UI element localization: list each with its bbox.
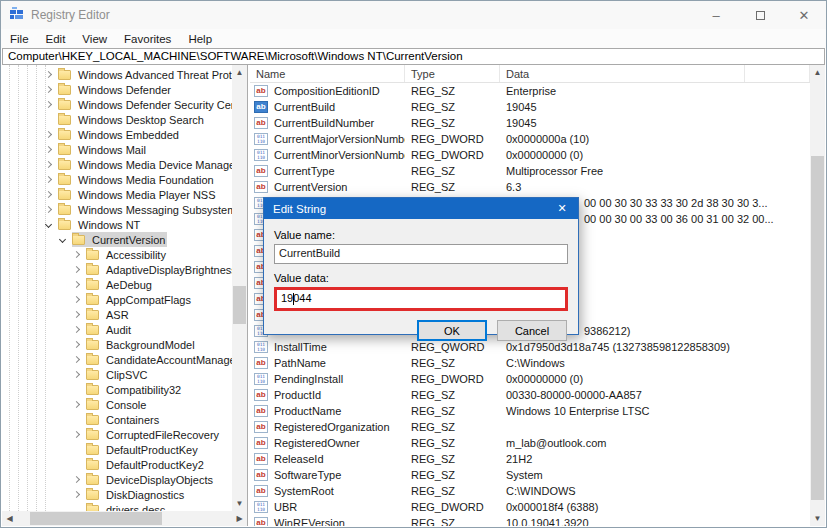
- scroll-up-icon[interactable]: ▲: [810, 65, 825, 80]
- tree-item[interactable]: Audit: [2, 322, 232, 337]
- chevron-right-icon[interactable]: [45, 146, 52, 153]
- registry-value-row[interactable]: 011 110CurrentMajorVersionNumberREG_DWOR…: [250, 131, 810, 147]
- ok-button[interactable]: OK: [417, 320, 487, 341]
- close-button[interactable]: ✕: [782, 1, 826, 29]
- chevron-right-icon[interactable]: [45, 161, 52, 168]
- chevron-right-icon[interactable]: [73, 266, 80, 273]
- tree-item[interactable]: DiskDiagnostics: [2, 487, 232, 502]
- tree-item[interactable]: Windows Mail: [2, 142, 232, 157]
- chevron-right-icon[interactable]: [45, 131, 52, 138]
- tree-item[interactable]: CorruptedFileRecovery: [2, 427, 232, 442]
- scroll-up-icon[interactable]: ▲: [232, 65, 247, 80]
- chevron-right-icon[interactable]: [73, 431, 80, 438]
- tree-item[interactable]: Windows Defender Security Center: [2, 97, 232, 112]
- tree-item[interactable]: DeviceDisplayObjects: [2, 472, 232, 487]
- tree-vertical-scrollbar[interactable]: ▲ ▼: [232, 65, 247, 511]
- tree-item[interactable]: Console: [2, 397, 232, 412]
- registry-value-row[interactable]: abRegisteredOrganizationREG_SZ: [250, 419, 810, 435]
- tree-item[interactable]: AdaptiveDisplayBrightness: [2, 262, 232, 277]
- dialog-close-button[interactable]: ✕: [546, 198, 578, 219]
- chevron-right-icon[interactable]: [73, 371, 80, 378]
- registry-value-row[interactable]: abSystemRootREG_SZC:\WINDOWS: [250, 483, 810, 499]
- chevron-right-icon[interactable]: [45, 191, 52, 198]
- tree-item[interactable]: Windows NT: [2, 217, 232, 232]
- cancel-button[interactable]: Cancel: [497, 320, 567, 341]
- tree-hscroll-thumb[interactable]: [30, 512, 162, 525]
- tree-item[interactable]: DefaultProductKey: [2, 442, 232, 457]
- chevron-right-icon[interactable]: [73, 401, 80, 408]
- chevron-right-icon[interactable]: [73, 476, 80, 483]
- tree-item[interactable]: ClipSVC: [2, 367, 232, 382]
- tree-item[interactable]: Windows Embedded: [2, 127, 232, 142]
- tree-item[interactable]: DefaultProductKey2: [2, 457, 232, 472]
- tree-horizontal-scrollbar[interactable]: ◀ ▶: [2, 511, 247, 526]
- registry-value-row[interactable]: abPathNameREG_SZC:\Windows: [250, 355, 810, 371]
- registry-value-row[interactable]: abReleaseIdREG_SZ21H2: [250, 451, 810, 467]
- registry-value-row[interactable]: abCurrentBuildREG_SZ19045: [250, 99, 810, 115]
- tree-item[interactable]: AppCompatFlags: [2, 292, 232, 307]
- scroll-down-icon[interactable]: ▼: [810, 511, 825, 526]
- registry-value-row[interactable]: abCurrentVersionREG_SZ6.3: [250, 179, 810, 195]
- chevron-right-icon[interactable]: [73, 326, 80, 333]
- scroll-down-icon[interactable]: ▼: [232, 496, 247, 511]
- tree-item[interactable]: Accessibility: [2, 247, 232, 262]
- registry-value-row[interactable]: abCurrentBuildNumberREG_SZ19045: [250, 115, 810, 131]
- menu-help[interactable]: Help: [188, 33, 212, 45]
- registry-value-row[interactable]: abProductIdREG_SZ00330-80000-00000-AA857: [250, 387, 810, 403]
- chevron-down-icon[interactable]: [45, 221, 52, 228]
- tree-item[interactable]: AeDebug: [2, 277, 232, 292]
- value-data-field[interactable]: 19044: [274, 287, 568, 311]
- chevron-right-icon[interactable]: [45, 101, 52, 108]
- list-vertical-scrollbar[interactable]: ▲ ▼: [810, 65, 825, 526]
- registry-value-row[interactable]: abProductNameREG_SZWindows 10 Enterprise…: [250, 403, 810, 419]
- registry-value-row[interactable]: abWinREVersionREG_SZ10.0.19041.3920: [250, 515, 810, 526]
- tree-item[interactable]: BackgroundModel: [2, 337, 232, 352]
- minimize-button[interactable]: –: [694, 1, 738, 29]
- chevron-right-icon[interactable]: [73, 296, 80, 303]
- maximize-button[interactable]: [738, 1, 782, 29]
- chevron-right-icon[interactable]: [73, 491, 80, 498]
- registry-value-row[interactable]: abCurrentTypeREG_SZMultiprocessor Free: [250, 163, 810, 179]
- menu-file[interactable]: File: [10, 33, 29, 45]
- list-vscroll-thumb[interactable]: [811, 156, 824, 500]
- registry-value-row[interactable]: abCompositionEditionIDREG_SZEnterprise: [250, 83, 810, 99]
- tree-item[interactable]: Windows Defender: [2, 82, 232, 97]
- tree-item[interactable]: Containers: [2, 412, 232, 427]
- tree-item[interactable]: CandidateAccountManager: [2, 352, 232, 367]
- tree-item[interactable]: Windows Media Device Manager: [2, 157, 232, 172]
- tree-item[interactable]: Windows Desktop Search: [2, 112, 232, 127]
- tree-item[interactable]: Windows Messaging Subsystem: [2, 202, 232, 217]
- menu-edit[interactable]: Edit: [46, 33, 66, 45]
- chevron-right-icon[interactable]: [45, 71, 52, 78]
- chevron-right-icon[interactable]: [73, 251, 80, 258]
- registry-value-row[interactable]: abSoftwareTypeREG_SZSystem: [250, 467, 810, 483]
- tree-vscroll-thumb[interactable]: [233, 286, 246, 324]
- registry-value-row[interactable]: 011 110PendingInstallREG_DWORD0x00000000…: [250, 371, 810, 387]
- registry-value-row[interactable]: 011 110InstallTimeREG_QWORD0x1d7950d3d18…: [250, 339, 810, 355]
- tree-item[interactable]: Windows Media Foundation: [2, 172, 232, 187]
- tree-item[interactable]: Compatibility32: [2, 382, 232, 397]
- chevron-right-icon[interactable]: [45, 176, 52, 183]
- address-bar[interactable]: Computer\HKEY_LOCAL_MACHINE\SOFTWARE\Mic…: [2, 48, 825, 65]
- tree-item[interactable]: ASR: [2, 307, 232, 322]
- chevron-down-icon[interactable]: [59, 236, 66, 243]
- chevron-right-icon[interactable]: [73, 341, 80, 348]
- chevron-right-icon[interactable]: [45, 206, 52, 213]
- menu-favorites[interactable]: Favorites: [124, 33, 171, 45]
- chevron-right-icon[interactable]: [73, 281, 80, 288]
- chevron-right-icon[interactable]: [73, 311, 80, 318]
- chevron-right-icon[interactable]: [73, 356, 80, 363]
- value-name-field[interactable]: CurrentBuild: [274, 244, 568, 264]
- column-header-name[interactable]: Name: [250, 65, 405, 82]
- tree-item[interactable]: Windows Advanced Threat Protection: [2, 67, 232, 82]
- scroll-right-icon[interactable]: ▶: [232, 511, 247, 526]
- registry-value-row[interactable]: abRegisteredOwnerREG_SZm_lab@outlook.com: [250, 435, 810, 451]
- menu-view[interactable]: View: [82, 33, 107, 45]
- chevron-right-icon[interactable]: [45, 86, 52, 93]
- tree-item[interactable]: Windows Media Player NSS: [2, 187, 232, 202]
- tree-item[interactable]: CurrentVersion: [2, 232, 232, 247]
- column-header-data[interactable]: Data: [500, 65, 745, 82]
- column-header-type[interactable]: Type: [405, 65, 500, 82]
- scroll-left-icon[interactable]: ◀: [2, 511, 17, 526]
- registry-value-row[interactable]: 011 110UBRREG_DWORD0x000018f4 (6388): [250, 499, 810, 515]
